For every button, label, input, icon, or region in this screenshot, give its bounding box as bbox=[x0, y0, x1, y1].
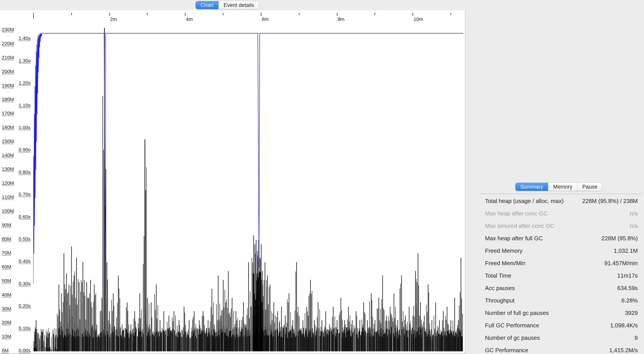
svg-rect-1025 bbox=[202, 316, 202, 351]
tab-summary[interactable]: Summary bbox=[516, 183, 548, 191]
svg-rect-881 bbox=[84, 292, 84, 351]
svg-rect-1405 bbox=[454, 331, 454, 351]
seconds-axis: 0.00s0.10s0.20s0.30s0.40s0.50s0.60s0.70s… bbox=[18, 24, 33, 351]
svg-rect-1365 bbox=[423, 322, 424, 351]
svg-rect-1186 bbox=[293, 335, 294, 351]
svg-rect-295 bbox=[205, 334, 205, 351]
svg-rect-818 bbox=[46, 342, 46, 351]
svg-rect-971 bbox=[152, 318, 152, 351]
svg-rect-1310 bbox=[385, 321, 386, 351]
svg-rect-1189 bbox=[295, 311, 295, 351]
stat-label: Number of gc pauses bbox=[485, 334, 540, 341]
time-tick-label: 2m bbox=[109, 16, 117, 22]
svg-rect-1063 bbox=[228, 271, 228, 351]
svg-rect-1156 bbox=[271, 325, 271, 351]
svg-rect-1265 bbox=[351, 324, 352, 351]
svg-rect-253 bbox=[182, 337, 182, 351]
svg-rect-1004 bbox=[182, 330, 182, 351]
tab-chart[interactable]: Chart bbox=[196, 1, 218, 9]
svg-rect-1076 bbox=[236, 320, 237, 351]
svg-rect-1388 bbox=[443, 311, 444, 351]
svg-rect-1241 bbox=[334, 328, 334, 351]
svg-rect-839 bbox=[60, 312, 60, 351]
svg-rect-1269 bbox=[354, 329, 355, 351]
svg-rect-997 bbox=[175, 316, 176, 351]
svg-rect-1306 bbox=[383, 308, 384, 351]
svg-rect-1381 bbox=[436, 333, 436, 351]
svg-rect-800 bbox=[35, 327, 36, 351]
svg-rect-1179 bbox=[287, 299, 288, 351]
svg-rect-250 bbox=[180, 332, 180, 351]
svg-rect-1167 bbox=[279, 322, 279, 351]
tab-memory[interactable]: Memory bbox=[548, 183, 578, 191]
svg-rect-1333 bbox=[405, 316, 406, 351]
svg-rect-831 bbox=[56, 350, 56, 351]
svg-rect-19 bbox=[58, 337, 58, 351]
svg-rect-1308 bbox=[386, 316, 386, 351]
svg-rect-1380 bbox=[434, 328, 435, 351]
svg-rect-1166 bbox=[278, 336, 279, 351]
svg-rect-798 bbox=[36, 320, 36, 351]
svg-rect-1159 bbox=[272, 320, 272, 351]
svg-rect-366 bbox=[241, 331, 241, 351]
svg-rect-1288 bbox=[371, 293, 371, 351]
mem-tick-label: 140M bbox=[2, 152, 14, 158]
svg-rect-702 bbox=[417, 331, 418, 351]
svg-rect-1221 bbox=[319, 328, 319, 351]
svg-rect-1171 bbox=[282, 327, 282, 351]
svg-rect-1330 bbox=[400, 284, 401, 351]
svg-rect-1213 bbox=[314, 320, 314, 351]
sec-tick-label: 1.40s bbox=[19, 36, 31, 42]
svg-rect-1399 bbox=[449, 330, 450, 351]
svg-rect-93 bbox=[98, 335, 98, 351]
svg-rect-1312 bbox=[388, 329, 388, 351]
stat-value: 228M (95.8%) bbox=[602, 235, 638, 242]
tab-event-details[interactable]: Event details bbox=[218, 1, 259, 9]
svg-rect-1368 bbox=[428, 284, 428, 351]
svg-rect-996 bbox=[174, 330, 175, 351]
svg-rect-1382 bbox=[437, 330, 438, 351]
svg-rect-1207 bbox=[308, 316, 308, 351]
svg-rect-151 bbox=[128, 332, 128, 351]
svg-rect-259 bbox=[186, 332, 186, 351]
svg-rect-819 bbox=[44, 346, 45, 351]
svg-rect-1098 bbox=[251, 307, 251, 351]
svg-rect-5 bbox=[48, 328, 49, 351]
svg-rect-1177 bbox=[287, 323, 287, 351]
svg-rect-1233 bbox=[329, 325, 330, 351]
svg-rect-674 bbox=[402, 329, 402, 351]
svg-rect-1136 bbox=[262, 302, 262, 351]
stat-value: 1,415.2M/s bbox=[609, 347, 638, 354]
plot-area bbox=[33, 24, 463, 351]
svg-rect-1402 bbox=[452, 334, 452, 351]
mem-tick-label: 60M bbox=[2, 264, 11, 270]
svg-rect-1003 bbox=[184, 307, 184, 351]
svg-rect-1364 bbox=[422, 327, 423, 351]
sec-tick-label: 0.60s bbox=[19, 214, 31, 220]
sec-tick-label: 0.20s bbox=[19, 303, 31, 309]
svg-rect-1234 bbox=[328, 330, 328, 351]
svg-rect-922 bbox=[111, 333, 111, 351]
svg-rect-1374 bbox=[430, 331, 430, 351]
tab-pause[interactable]: Pause bbox=[577, 183, 602, 191]
svg-rect-1144 bbox=[263, 296, 264, 351]
sec-tick-label: 0.70s bbox=[19, 192, 31, 198]
svg-rect-874 bbox=[77, 327, 78, 351]
svg-rect-669 bbox=[398, 334, 399, 351]
svg-rect-1050 bbox=[220, 320, 220, 351]
svg-rect-116 bbox=[110, 337, 110, 351]
svg-rect-905 bbox=[101, 311, 101, 351]
svg-rect-170 bbox=[138, 336, 138, 351]
svg-rect-179 bbox=[142, 337, 142, 351]
time-tick-label: 4m bbox=[185, 16, 193, 22]
svg-rect-36 bbox=[66, 337, 66, 351]
svg-rect-31 bbox=[63, 338, 64, 351]
svg-rect-1353 bbox=[418, 253, 418, 351]
svg-rect-231 bbox=[171, 330, 171, 351]
svg-rect-1059 bbox=[224, 326, 224, 351]
svg-rect-1282 bbox=[365, 314, 366, 351]
svg-rect-1090 bbox=[245, 333, 246, 351]
svg-rect-764 bbox=[452, 330, 452, 351]
svg-rect-1226 bbox=[322, 331, 323, 351]
svg-rect-313 bbox=[214, 329, 214, 351]
